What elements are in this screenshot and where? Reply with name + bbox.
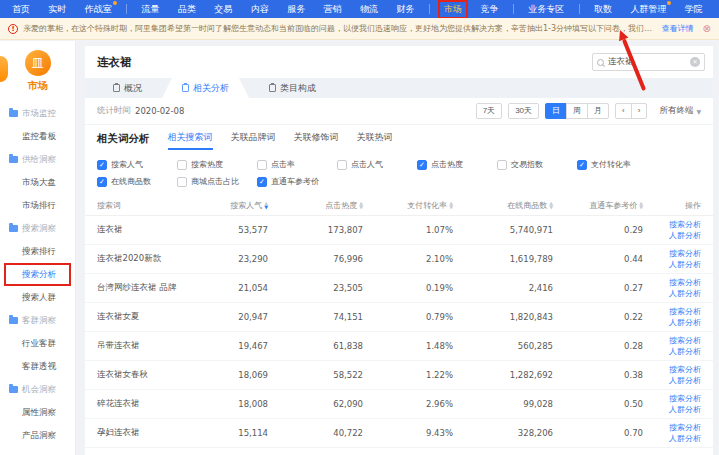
checkbox-click-popularity[interactable]: 点击人气	[337, 159, 417, 170]
close-icon[interactable]: ⊗	[703, 24, 711, 34]
tab-related-analysis[interactable]: 相关分析	[162, 78, 249, 98]
subtab-related-modifier-words[interactable]: 关联修饰词	[294, 129, 339, 150]
checkbox-search-popularity[interactable]: 搜索人气	[97, 159, 177, 170]
checkbox-mall-click-ratio[interactable]: 商城点击占比	[177, 176, 257, 187]
crowd-analysis-link[interactable]: 人群分析	[669, 289, 701, 299]
search-analysis-link[interactable]: 搜索分析	[669, 278, 701, 288]
subtab-related-search-words[interactable]: 相关搜索词	[168, 129, 213, 150]
range-week-button[interactable]: 周	[566, 103, 588, 119]
crowd-analysis-link[interactable]: 人群分析	[669, 318, 701, 328]
nav-item-market-highlighted[interactable]: 市场	[440, 2, 466, 17]
keyword-cell[interactable]: 台湾网纱连衣裙 品牌	[97, 282, 183, 294]
sidebar-item-product-insight[interactable]: 产品洞察	[0, 424, 75, 447]
search-analysis-link[interactable]: 搜索分析	[669, 336, 701, 346]
checkbox-search-heat[interactable]: 搜索热度	[177, 159, 257, 170]
sidebar-item-search-analysis[interactable]: 搜索分析	[4, 263, 71, 286]
nav-item-traffic[interactable]: 流量	[138, 2, 164, 17]
sidebar-item-market-overview[interactable]: 市场大盘	[0, 171, 75, 194]
nav-item-business-zone[interactable]: 业务专区	[524, 2, 568, 17]
value-cell: 2.10%	[363, 254, 453, 264]
nav-item-realtime[interactable]: 实时	[44, 2, 70, 17]
nav-item-marketing[interactable]: 营销	[320, 2, 346, 17]
crowd-analysis-link[interactable]: 人群分析	[669, 434, 701, 444]
nav-divider	[429, 4, 430, 14]
nav-item-content[interactable]: 内容	[247, 2, 273, 17]
nav-item-finance[interactable]: 财务	[392, 2, 418, 17]
prev-arrow-button[interactable]: ‹	[615, 103, 632, 119]
search-analysis-link[interactable]: 搜索分析	[669, 220, 701, 230]
th-ztc-price[interactable]: 直通车参考价▲▼	[553, 200, 643, 211]
value-cell: 9.43%	[363, 428, 453, 438]
sidebar-item-attribute-insight[interactable]: 属性洞察	[0, 401, 75, 424]
th-pay-conversion[interactable]: 支付转化率▲▼	[363, 200, 453, 211]
tab-overview[interactable]: 概况	[93, 78, 162, 98]
crowd-analysis-link[interactable]: 人群分析	[669, 347, 701, 357]
sidebar-item-search-ranking[interactable]: 搜索排行	[0, 240, 75, 263]
subtab-related-hot-words[interactable]: 关联热词	[357, 129, 393, 150]
tab-strip: 概况 相关分析 类目构成	[85, 78, 713, 98]
keyword-cell[interactable]: 孕妇连衣裙	[97, 427, 183, 439]
keyword-cell[interactable]: 连衣裙2020新款	[97, 253, 183, 265]
crowd-analysis-link[interactable]: 人群分析	[669, 405, 701, 415]
notice-detail-link[interactable]: 查看详情	[662, 23, 694, 34]
range-day-button[interactable]: 日	[545, 103, 567, 119]
nav-item-service[interactable]: 服务	[283, 2, 309, 17]
nav-item-academy[interactable]: 学院	[681, 2, 707, 17]
range-month-button[interactable]: 月	[587, 103, 609, 119]
nav-item-war-room[interactable]: 作战室	[81, 2, 116, 17]
sidebar-item-market-ranking[interactable]: 市场排行	[0, 194, 75, 217]
value-cell: 2,416	[453, 283, 553, 293]
nav-item-data-fetch[interactable]: 取数	[590, 2, 616, 17]
sidebar-item-search-crowd[interactable]: 搜索人群	[0, 286, 75, 309]
checkbox-payment-conversion[interactable]: 支付转化率	[577, 159, 657, 170]
keyword-cell[interactable]: 连衣裙	[97, 224, 183, 236]
orange-edge-tab[interactable]	[0, 56, 8, 82]
nav-item-category[interactable]: 品类	[174, 2, 200, 17]
nav-item-logistics[interactable]: 物流	[356, 2, 382, 17]
search-analysis-link[interactable]: 搜索分析	[669, 394, 701, 404]
keyword-cell[interactable]: 碎花连衣裙	[97, 398, 183, 410]
filter-row-2: 在线商品数 商城点击占比 直通车参考价	[97, 173, 701, 190]
checkbox-ztc-reference-price[interactable]: 直通车参考价	[257, 176, 337, 187]
keyword-search-input[interactable]: 连衣裙 ✕	[592, 53, 705, 71]
range-30d-button[interactable]: 30天	[508, 103, 539, 119]
related-words-section-header: 相关词分析 相关搜索词 关联品牌词 关联修饰词 关联热词	[85, 125, 713, 153]
th-online-products[interactable]: 在线商品数▲▼	[453, 200, 553, 211]
keyword-cell[interactable]: 连衣裙女春秋	[97, 369, 183, 381]
search-analysis-link[interactable]: 搜索分析	[669, 249, 701, 259]
keyword-cell[interactable]: 吊带连衣裙	[97, 340, 183, 352]
range-7d-button[interactable]: 7天	[476, 103, 502, 119]
top-nav: 首页 实时 作战室 流量 品类 交易 内容 服务 营销 物流 财务 市场 竞争 …	[0, 0, 719, 18]
value-cell: 76,996	[268, 254, 363, 264]
checkbox-icon	[497, 160, 507, 170]
sidebar-item-monitor-board[interactable]: 监控看板	[0, 125, 75, 148]
subtab-related-brand-words[interactable]: 关联品牌词	[231, 129, 276, 150]
checkbox-click-rate[interactable]: 点击率	[257, 159, 337, 170]
nav-item-crowd-management[interactable]: 人群管理	[626, 2, 670, 17]
crowd-analysis-link[interactable]: 人群分析	[669, 231, 701, 241]
th-click-heat[interactable]: 点击热度▲▼	[268, 200, 363, 211]
crowd-analysis-link[interactable]: 人群分析	[669, 260, 701, 270]
search-analysis-link[interactable]: 搜索分析	[669, 307, 701, 317]
nav-item-competition[interactable]: 竞争	[476, 2, 502, 17]
search-analysis-link[interactable]: 搜索分析	[669, 423, 701, 433]
clear-icon[interactable]: ✕	[690, 57, 700, 67]
checkbox-icon	[417, 160, 427, 170]
th-search-popularity[interactable]: 搜索人气▲▼	[183, 200, 268, 211]
terminal-dropdown[interactable]: 所有终端▼	[659, 105, 701, 117]
value-cell: 53,577	[183, 225, 268, 235]
next-arrow-button[interactable]: ›	[631, 103, 648, 119]
keyword-cell[interactable]: 连衣裙女夏	[97, 311, 183, 323]
search-analysis-link[interactable]: 搜索分析	[669, 365, 701, 375]
nav-item-trade[interactable]: 交易	[210, 2, 236, 17]
nav-item-home[interactable]: 首页	[8, 2, 34, 17]
crowd-analysis-link[interactable]: 人群分析	[669, 376, 701, 386]
tab-category-composition[interactable]: 类目构成	[249, 78, 336, 98]
checkbox-transaction-index[interactable]: 交易指数	[497, 159, 577, 170]
sidebar-logo: 皿 市场	[0, 41, 75, 93]
checkbox-icon	[97, 177, 107, 187]
sidebar-item-customer-perspective[interactable]: 客群透视	[0, 355, 75, 378]
checkbox-online-products[interactable]: 在线商品数	[97, 176, 177, 187]
sidebar-item-industry-customers[interactable]: 行业客群	[0, 332, 75, 355]
checkbox-click-heat[interactable]: 点击热度	[417, 159, 497, 170]
